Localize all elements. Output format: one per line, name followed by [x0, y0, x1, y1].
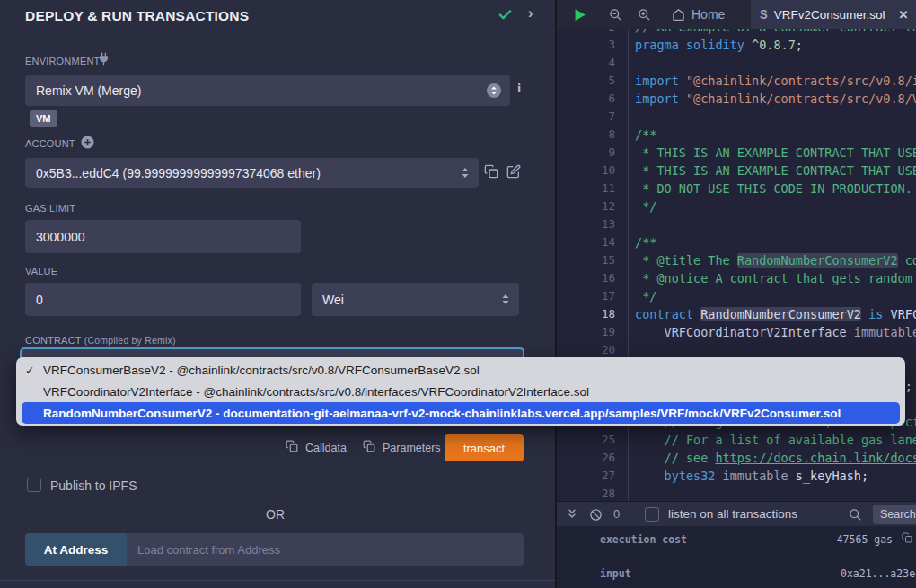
- contract-note: (Compiled by Remix): [84, 335, 176, 346]
- tab-home[interactable]: Home: [672, 0, 725, 29]
- code-editor[interactable]: 2// An example of a consumer contract th…: [557, 29, 916, 501]
- code-line[interactable]: 13: [557, 215, 916, 233]
- line-number: 8: [557, 126, 629, 144]
- code-line[interactable]: 18contract RandomNumberConsumerV2 is VRF…: [557, 305, 916, 323]
- solidity-file-icon: S: [760, 7, 768, 22]
- code-line[interactable]: 27 bytes32 immutable s_keyHash;: [557, 467, 916, 485]
- home-icon: [672, 8, 685, 22]
- expand-terminal-icon[interactable]: [566, 508, 578, 521]
- contract-dropdown: ✓VRFConsumerBaseV2 - @chainlink/contract…: [16, 357, 905, 426]
- parameters-label[interactable]: Parameters: [383, 442, 441, 454]
- terminal-search-input[interactable]: [873, 505, 916, 524]
- code-line[interactable]: 7: [557, 108, 916, 126]
- listen-all-checkbox[interactable]: [645, 507, 659, 522]
- code-line[interactable]: 8/**: [557, 126, 916, 144]
- plug-icon: [97, 52, 110, 66]
- line-number: 3: [557, 36, 629, 54]
- publish-ipfs-checkbox[interactable]: [27, 478, 41, 492]
- transact-button[interactable]: transact: [445, 434, 524, 461]
- code-line[interactable]: 19 VRFCoordinatorV2Interface immutable C…: [557, 323, 916, 341]
- line-number: 18: [557, 305, 629, 323]
- gas-limit-input[interactable]: [25, 220, 301, 253]
- line-number: 28: [557, 485, 629, 501]
- account-select[interactable]: 0x5B3...eddC4 (99.99999999999997374068 e…: [25, 158, 479, 188]
- line-number: 16: [557, 269, 629, 287]
- code-line[interactable]: 10 * THIS IS AN EXAMPLE CONTRACT THAT US…: [557, 162, 916, 180]
- contract-dropdown-option[interactable]: ✓VRFConsumerBaseV2 - @chainlink/contract…: [16, 359, 905, 381]
- account-value: 0x5B3...eddC4 (99.99999999999997374068 e…: [36, 166, 321, 180]
- code-line[interactable]: 6import "@chainlink/contracts/src/v0.8/V…: [557, 90, 916, 108]
- code-line[interactable]: 17 */: [557, 287, 916, 305]
- environment-info-icon[interactable]: i: [517, 81, 521, 96]
- calldata-label[interactable]: Calldata: [305, 442, 347, 454]
- line-number: 13: [557, 215, 629, 233]
- code-line[interactable]: 28: [557, 485, 916, 501]
- code-line[interactable]: 11 * DO NOT USE THIS CODE IN PRODUCTION.: [557, 180, 916, 197]
- code-line[interactable]: 20: [557, 341, 916, 359]
- contract-dropdown-option[interactable]: RandomNumberConsumerV2 - documentation-g…: [22, 402, 900, 424]
- code-line[interactable]: 5import "@chainlink/contracts/src/v0.8/i…: [557, 72, 916, 90]
- line-number: 17: [557, 287, 629, 305]
- edit-account-icon[interactable]: [506, 164, 521, 179]
- panel-divider: [0, 580, 555, 581]
- line-number: 19: [557, 323, 629, 341]
- line-number: 27: [557, 467, 629, 485]
- tab-vrfv2consumer[interactable]: S VRFv2Consumer.sol ✕: [751, 0, 916, 29]
- zoom-out-icon[interactable]: [609, 8, 622, 22]
- option-label: RandomNumberConsumerV2 - documentation-g…: [43, 407, 841, 420]
- line-number: 26: [557, 449, 629, 467]
- code-line[interactable]: 3pragma solidity ^0.8.7;: [557, 36, 916, 54]
- copy-calldata-icon[interactable]: [286, 440, 298, 452]
- gas-limit-label: GAS LIMIT: [25, 203, 75, 214]
- selected-check-icon: ✓: [25, 364, 43, 377]
- account-label: ACCOUNT: [25, 138, 75, 149]
- updown-arrows-icon: [461, 167, 470, 179]
- line-number: 10: [557, 162, 629, 180]
- code-line[interactable]: 26 // see https://docs.chain.link/docs/v…: [557, 449, 916, 467]
- close-tab-icon[interactable]: ✕: [898, 8, 908, 22]
- at-address-input[interactable]: [127, 533, 524, 566]
- vm-badge: VM: [30, 110, 57, 127]
- contract-dropdown-option[interactable]: VRFCoordinatorV2Interface - @chainlink/c…: [16, 381, 905, 402]
- terminal-row-value: 0xa21...a23e4: [841, 567, 916, 580]
- contract-label: CONTRACT (Compiled by Remix): [25, 335, 176, 346]
- search-icon: [849, 508, 862, 522]
- copy-account-icon[interactable]: [484, 164, 498, 179]
- line-number: 11: [557, 180, 629, 197]
- copy-value-icon[interactable]: [902, 532, 912, 543]
- code-line[interactable]: 15 * @title The RandomNumberConsumerV2 c…: [557, 251, 916, 269]
- line-number: 14: [557, 233, 629, 251]
- environment-select[interactable]: Remix VM (Merge): [25, 75, 510, 106]
- environment-value: Remix VM (Merge): [36, 83, 141, 98]
- line-number: 6: [557, 90, 629, 108]
- terminal-row-key: execution cost: [600, 533, 687, 546]
- code-line[interactable]: 25 // For a list of available gas lanes …: [557, 431, 916, 449]
- terminal-output: execution cost47565 gasinput0xa21...a23e…: [557, 526, 916, 588]
- code-line[interactable]: 9 * THIS IS AN EXAMPLE CONTRACT THAT USE…: [557, 144, 916, 162]
- tab-label: Home: [691, 7, 725, 22]
- value-unit: Wei: [322, 293, 344, 307]
- panel-expand-icon[interactable]: ›: [528, 4, 533, 22]
- code-line[interactable]: 2// An example of a consumer contract th…: [557, 29, 916, 36]
- clear-console-icon[interactable]: [589, 508, 603, 522]
- environment-label: ENVIRONMENT: [25, 56, 100, 66]
- line-number: 20: [557, 341, 629, 359]
- code-line[interactable]: 12 */: [557, 197, 916, 215]
- or-label: OR: [0, 507, 550, 522]
- add-account-icon[interactable]: [81, 136, 94, 149]
- value-input[interactable]: [25, 283, 301, 316]
- zoom-in-icon[interactable]: [638, 8, 651, 22]
- publish-ipfs-label: Publish to IPFS: [50, 478, 137, 493]
- code-line[interactable]: 4: [557, 54, 916, 72]
- terminal-bar: 0 listen on all transactions: [557, 501, 916, 526]
- terminal-row-value: 47565 gas: [837, 533, 893, 546]
- run-script-icon[interactable]: [572, 7, 587, 22]
- line-number: 25: [557, 431, 629, 449]
- transaction-count: 0: [613, 507, 620, 521]
- code-line[interactable]: 14/**: [557, 233, 916, 251]
- copy-parameters-icon[interactable]: [363, 440, 375, 452]
- select-updown-circle-icon: [487, 83, 501, 98]
- value-unit-select[interactable]: Wei: [312, 283, 519, 316]
- at-address-button[interactable]: At Address: [25, 533, 127, 566]
- code-line[interactable]: 16 * @notice A contract that gets random…: [557, 269, 916, 287]
